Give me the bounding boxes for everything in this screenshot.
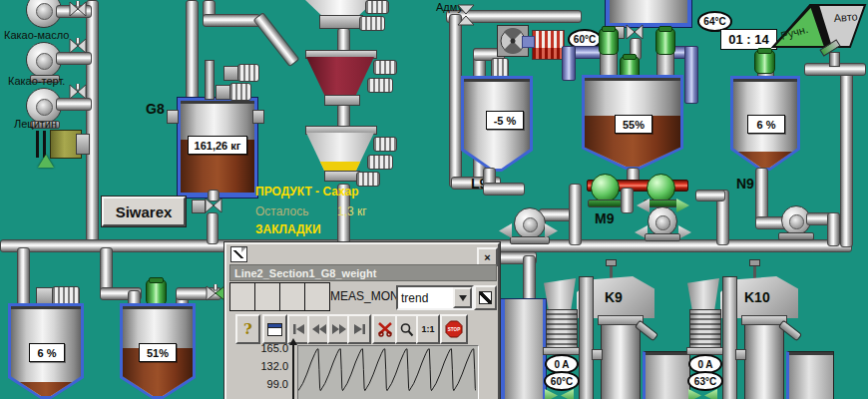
- top-tank: [606, 0, 691, 27]
- legend-cell: [304, 282, 330, 311]
- green-pump[interactable]: [647, 174, 675, 202]
- one-to-one-button[interactable]: 1:1: [416, 314, 440, 344]
- window-titlebar[interactable]: Line2_Section1_G8_weight: [229, 264, 497, 281]
- trend-plot-area[interactable]: [297, 345, 479, 399]
- hopper-sugar: [306, 133, 374, 173]
- dropdown-arrow-button[interactable]: [453, 287, 472, 308]
- flow-arrow-left: [499, 223, 512, 238]
- green-valve[interactable]: [599, 28, 619, 55]
- pipe: [827, 212, 840, 246]
- trend-curve: [298, 346, 476, 399]
- tank-rim: [789, 352, 833, 355]
- last-record-button[interactable]: [347, 314, 371, 344]
- g8-sensor: [205, 60, 215, 100]
- green-valve[interactable]: [655, 28, 675, 55]
- tank-rim: [585, 78, 680, 81]
- pipe: [523, 255, 536, 305]
- y-axis-arrow: [289, 338, 297, 345]
- hopper-coupling: [373, 60, 397, 75]
- doser-cap: [76, 134, 90, 155]
- level-display: 51%: [139, 343, 177, 362]
- pipe: [203, 14, 260, 27]
- k10-feed-tank: [786, 351, 834, 399]
- g8-coupling: [229, 83, 251, 101]
- valve-icon[interactable]: [68, 1, 88, 17]
- cocoa-mass-label: Какао-терт.: [8, 75, 65, 87]
- stop-sign-icon: STOP: [445, 320, 463, 338]
- tank-rim: [646, 352, 689, 355]
- l9-pump[interactable]: [514, 207, 546, 239]
- dialog-button[interactable]: [262, 314, 287, 344]
- k10-stub: [735, 349, 746, 360]
- motor-shading: [547, 310, 577, 350]
- stop-button[interactable]: STOP: [440, 314, 468, 344]
- last-icon: [351, 322, 367, 336]
- lecithin-label: Лецитин: [14, 118, 57, 130]
- valve-icon[interactable]: [68, 38, 88, 54]
- rewind-icon: [311, 322, 327, 336]
- mode-switch[interactable]: Авто Ручн.: [770, 2, 868, 50]
- k9-label: K9: [605, 289, 623, 305]
- hopper-coupling: [367, 78, 393, 93]
- product-label: ПРОДУКТ - Сахар: [255, 185, 359, 199]
- k9-drum[interactable]: [601, 321, 641, 399]
- hopper-outlet: [319, 15, 363, 29]
- k10-motor[interactable]: [689, 309, 721, 351]
- pipe-jacket: [684, 46, 698, 104]
- siwarex-button[interactable]: Siwarex: [102, 197, 186, 226]
- valve-icon[interactable]: [204, 198, 223, 213]
- k9-funnel: [544, 278, 576, 312]
- bookmarks-label: ЗАКЛАДКИ: [255, 222, 321, 236]
- tank-rim: [733, 79, 797, 82]
- valve-stem: [829, 52, 840, 67]
- trend-dropdown[interactable]: trend: [396, 285, 474, 310]
- magnifier-icon: [399, 322, 414, 337]
- m9-label: M9: [595, 210, 614, 226]
- trend-window[interactable]: × Line2_Section1_G8_weight MEAS_MON tren…: [224, 242, 500, 399]
- hopper-coupling: [365, 0, 389, 14]
- pen-icon: [479, 291, 492, 304]
- window-title: Line2_Section1_G8_weight: [230, 267, 376, 279]
- pipe: [695, 190, 725, 201]
- record-toggle-button[interactable]: [372, 314, 397, 344]
- n9-level-display: 6 %: [747, 115, 785, 134]
- pipe: [483, 183, 525, 196]
- pipe: [86, 0, 99, 245]
- key-button[interactable]: ?: [235, 314, 260, 344]
- pump-base: [645, 233, 680, 241]
- pipe-jacket: [562, 46, 576, 81]
- green-pump[interactable]: [591, 174, 620, 202]
- m9-pump[interactable]: [648, 206, 677, 236]
- green-valve[interactable]: [146, 279, 167, 305]
- k10-label: K10: [744, 289, 770, 305]
- valve-icon[interactable]: [457, 3, 475, 27]
- k9-antenna-tip: [606, 259, 617, 266]
- pen-select-button[interactable]: [474, 285, 497, 310]
- scada-screen: Какао-масло Какао-терт. Лецитин G8 161,2…: [0, 0, 868, 399]
- zoom-button[interactable]: [395, 314, 418, 344]
- y-tick: 165.0: [250, 342, 288, 354]
- hopper-coupling: [359, 16, 385, 31]
- g8-label: G8: [146, 101, 165, 117]
- k10-temp-badge: 63°C: [687, 371, 723, 391]
- alarm-triangle-icon: [38, 155, 54, 168]
- green-valve[interactable]: [754, 50, 775, 74]
- k9-motor[interactable]: [546, 309, 578, 351]
- k9-feed-tank: [643, 351, 690, 399]
- g8-weight-display: 161,26 кг: [188, 136, 247, 155]
- hopper-outlet: [324, 171, 360, 182]
- valve-icon[interactable]: [205, 284, 226, 302]
- valve-icon[interactable]: [68, 84, 88, 100]
- g8-coupling: [237, 64, 259, 82]
- pipe: [840, 66, 853, 247]
- pipe: [207, 212, 218, 244]
- flow-arrow-right: [545, 223, 558, 238]
- pump-base: [588, 200, 622, 207]
- k10-drum[interactable]: [744, 321, 784, 399]
- tank-rim: [123, 306, 193, 309]
- y-tick: 99.0: [250, 378, 288, 390]
- tank-rim: [464, 79, 530, 82]
- flow-arrow-green: [676, 199, 689, 212]
- g8-bracket: [167, 110, 179, 124]
- pipe: [569, 184, 582, 245]
